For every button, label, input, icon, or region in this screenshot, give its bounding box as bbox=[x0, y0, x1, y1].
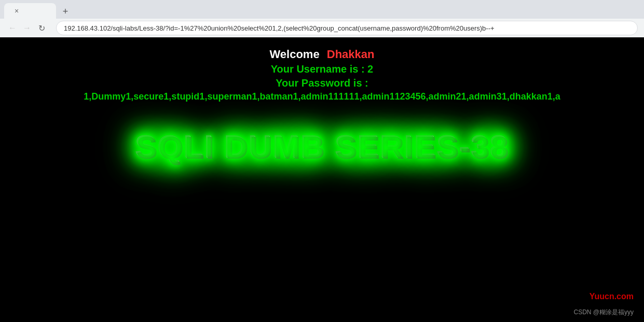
welcome-label: Welcome bbox=[269, 48, 319, 61]
forward-button[interactable]: → bbox=[21, 22, 33, 34]
password-line: Your Password is : bbox=[276, 77, 368, 89]
watermark: Yuucn.com bbox=[590, 292, 634, 301]
reload-button[interactable]: ↻ bbox=[35, 22, 48, 34]
browser-tab[interactable]: × bbox=[4, 3, 56, 19]
welcome-line: Welcome Dhakkan bbox=[269, 48, 374, 61]
sqli-title: SQLI DUMB SERIES-38 bbox=[135, 128, 509, 165]
username-line: Your Username is : 2 bbox=[271, 63, 373, 75]
csdn-credit: CSDN @糊涂是福yyy bbox=[573, 308, 634, 317]
browser-chrome: × + ← → ↻ 192.168.43.102/sqli-labs/Less-… bbox=[0, 0, 644, 37]
tab-close-button[interactable]: × bbox=[15, 7, 19, 15]
tab-bar: × + bbox=[0, 0, 644, 19]
back-button[interactable]: ← bbox=[6, 22, 19, 34]
nav-buttons: ← → ↻ bbox=[6, 22, 48, 34]
password-data: 1,Dummy1,secure1,stupid1,superman1,batma… bbox=[84, 91, 560, 102]
url-text: 192.168.43.102/sqli-labs/Less-38/?id=-1%… bbox=[64, 24, 495, 32]
page-content: Welcome Dhakkan Your Username is : 2 You… bbox=[0, 37, 644, 322]
dhakkan-label: Dhakkan bbox=[327, 48, 375, 61]
address-bar[interactable]: 192.168.43.102/sqli-labs/Less-38/?id=-1%… bbox=[56, 21, 638, 35]
new-tab-button[interactable]: + bbox=[58, 4, 73, 19]
address-bar-row: ← → ↻ 192.168.43.102/sqli-labs/Less-38/?… bbox=[0, 19, 644, 37]
